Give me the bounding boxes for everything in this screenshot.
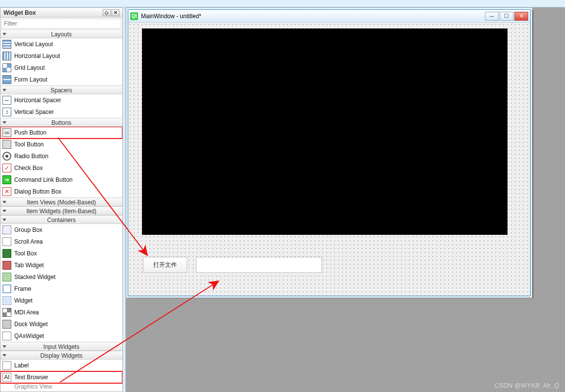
item-widget[interactable]: Widget [0,295,122,307]
item-push-button[interactable]: OKPush Button [0,127,122,139]
top-toolbar-strip [0,0,565,7]
form-canvas[interactable]: 打开文件 [128,23,530,296]
item-tab-widget[interactable]: Tab Widget [0,259,122,271]
category-item-views[interactable]: Item Views (Model-Based) [0,197,122,206]
item-check-box[interactable]: ✓Check Box [0,162,122,174]
item-dock-widget[interactable]: Dock Widget [0,318,122,330]
category-item-widgets[interactable]: Item Widgets (Item-Based) [0,206,122,215]
designer-window-title: MainWindow - untitled* [141,13,201,20]
item-tool-box[interactable]: Tool Box [0,248,122,259]
item-vertical-spacer[interactable]: ↕Vertical Spacer [0,106,122,118]
panel-close-button[interactable]: ✕ [112,9,119,16]
radio-button-icon [2,152,11,161]
category-buttons[interactable]: Buttons [0,118,122,127]
open-file-button[interactable]: 打开文件 [143,257,187,273]
category-containers[interactable]: Containers [0,215,122,224]
window-minimize-button[interactable]: ─ [485,12,499,21]
item-frame[interactable]: Frame [0,283,122,295]
item-dialog-button-box[interactable]: ✕Dialog Button Box [0,186,122,197]
item-mdi-area[interactable]: MDI Area [0,307,122,318]
item-horizontal-layout[interactable]: Horizontal Layout [0,50,122,62]
item-graphics-view[interactable]: Graphics View [0,383,122,390]
form-layout-icon [2,75,11,84]
tool-box-icon [2,249,11,258]
panel-float-button[interactable]: ◇ [103,9,111,16]
tab-widget-icon [2,261,11,270]
widget-box-panel: Widget Box ◇ ✕ Layouts Vertical Layout H… [0,7,123,392]
item-group-box[interactable]: Group Box [0,224,122,236]
dock-widget-icon [2,320,11,329]
dialog-button-box-icon: ✕ [2,187,11,196]
widget-box-title-bar[interactable]: Widget Box ◇ ✕ [0,8,122,18]
scroll-area-icon [2,237,11,246]
category-display-widgets[interactable]: Display Widgets [0,351,122,360]
category-input-widgets[interactable]: Input Widgets [0,342,122,351]
design-canvas-zone: Qt MainWindow - untitled* ─ ☐ ✕ 打开文件 [126,7,565,392]
item-tool-button[interactable]: Tool Button [0,139,122,150]
item-horizontal-spacer[interactable]: ↔Horizontal Spacer [0,94,122,106]
item-grid-layout[interactable]: Grid Layout [0,62,122,74]
window-maximize-button[interactable]: ☐ [500,12,513,21]
item-form-layout[interactable]: Form Layout [0,74,122,85]
video-placeholder-widget[interactable] [142,28,508,235]
widget-box-scroll[interactable]: Layouts Vertical Layout Horizontal Layou… [0,29,122,392]
item-text-browser[interactable]: AIText Browser [0,371,122,383]
widget-icon [2,296,11,305]
tool-button-icon [2,140,11,149]
item-vertical-layout[interactable]: Vertical Layout [0,38,122,50]
command-link-icon: ➔ [2,175,11,184]
designer-window-titlebar[interactable]: Qt MainWindow - untitled* ─ ☐ ✕ [128,10,530,23]
item-radio-button[interactable]: Radio Button [0,150,122,162]
item-stacked-widget[interactable]: Stacked Widget [0,271,122,283]
widget-filter-input[interactable] [1,19,121,28]
category-spacers[interactable]: Spacers [0,85,122,94]
item-scroll-area[interactable]: Scroll Area [0,236,122,248]
vertical-layout-icon [2,40,11,49]
designer-mainwindow[interactable]: Qt MainWindow - untitled* ─ ☐ ✕ 打开文件 [128,9,531,296]
label-icon [2,361,11,370]
item-qaxwidget[interactable]: QAxWidget [0,330,122,342]
item-command-link-button[interactable]: ➔Command Link Button [0,174,122,186]
group-box-icon [2,225,11,234]
window-close-button[interactable]: ✕ [514,12,528,21]
watermark-text: CSDN @WYKB_Mr_Q [494,382,559,389]
qt-logo-icon: Qt [130,12,138,20]
qaxwidget-icon [2,332,11,340]
graphics-view-icon [2,383,11,390]
category-layouts[interactable]: Layouts [0,29,122,38]
vertical-spacer-icon: ↕ [2,108,11,116]
text-browser-widget[interactable] [196,257,322,273]
item-label[interactable]: Label [0,360,122,371]
frame-icon [2,284,11,293]
widget-box-title: Widget Box [3,8,36,18]
push-button-icon: OK [2,128,11,137]
stacked-widget-icon [2,273,11,281]
text-browser-icon: AI [2,373,11,382]
grid-layout-icon [2,63,11,72]
horizontal-layout-icon [2,52,11,60]
mdi-area-icon [2,308,11,317]
check-box-icon: ✓ [2,164,11,172]
horizontal-spacer-icon: ↔ [2,96,11,105]
